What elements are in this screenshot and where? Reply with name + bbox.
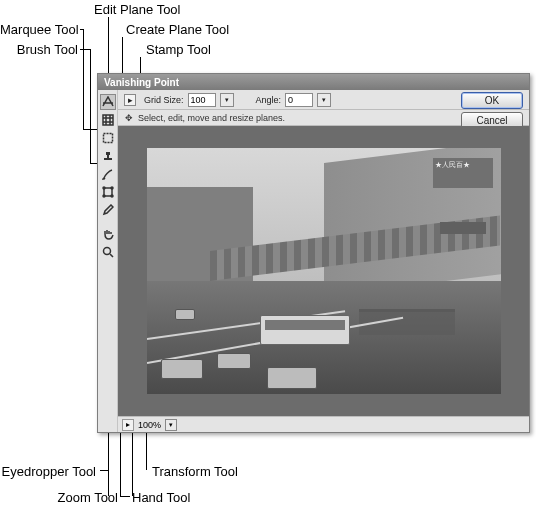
- options-bar: ▸ Grid Size: ▾ Angle: ▾ OK Cancel: [118, 90, 529, 110]
- label-eyedropper: Eyedropper Tool: [0, 464, 96, 479]
- canvas-area[interactable]: ★人民百★: [118, 126, 529, 416]
- zoom-tool[interactable]: [100, 244, 116, 260]
- dialog-title: Vanishing Point: [104, 77, 179, 88]
- dialog-body: ▸ Grid Size: ▾ Angle: ▾ OK Cancel ✥ Sele…: [98, 90, 529, 432]
- dialog-titlebar: Vanishing Point: [98, 74, 529, 90]
- angle-dropdown[interactable]: ▾: [317, 93, 331, 107]
- edit-plane-tool[interactable]: [100, 94, 116, 110]
- label-transform: Transform Tool: [152, 464, 238, 479]
- leader: [120, 496, 130, 497]
- zoom-value: 100%: [138, 420, 161, 430]
- marquee-tool[interactable]: [100, 130, 116, 146]
- create-plane-tool[interactable]: [100, 112, 116, 128]
- dialog-main: ▸ Grid Size: ▾ Angle: ▾ OK Cancel ✥ Sele…: [118, 90, 529, 432]
- building-banner: ★人民百★: [433, 158, 493, 188]
- vanishing-point-dialog: Vanishing Point ▸ Grid Size: ▾ Angle:: [97, 73, 530, 433]
- stamp-tool[interactable]: [100, 148, 116, 164]
- leader: [83, 29, 84, 129]
- label-zoom: Zoom Tool: [0, 490, 118, 505]
- ok-button[interactable]: OK: [461, 92, 523, 109]
- grid-size-input[interactable]: [188, 93, 216, 107]
- brush-tool[interactable]: [100, 166, 116, 182]
- transform-tool[interactable]: [100, 184, 116, 200]
- svg-point-5: [103, 195, 105, 197]
- status-flyout[interactable]: ▸: [122, 419, 134, 431]
- flyout-menu-button[interactable]: ▸: [124, 94, 136, 106]
- hand-tool[interactable]: [100, 226, 116, 242]
- document-image: ★人民百★: [147, 148, 501, 394]
- svg-rect-1: [103, 134, 112, 143]
- leader: [90, 49, 91, 163]
- pointer-icon: ✥: [124, 113, 134, 123]
- svg-rect-0: [103, 115, 113, 125]
- eyedropper-tool[interactable]: [100, 202, 116, 218]
- tool-strip: [98, 90, 118, 432]
- label-marquee: Marquee Tool: [0, 22, 78, 37]
- grid-size-label: Grid Size:: [144, 95, 184, 105]
- label-hand: Hand Tool: [132, 490, 190, 505]
- svg-point-3: [103, 187, 105, 189]
- leader: [100, 470, 108, 471]
- svg-point-4: [111, 187, 113, 189]
- leader: [80, 49, 90, 50]
- svg-point-7: [103, 248, 110, 255]
- grid-size-dropdown[interactable]: ▾: [220, 93, 234, 107]
- label-create-plane: Create Plane Tool: [126, 22, 229, 37]
- hint-text: Select, edit, move and resize planes.: [138, 113, 285, 123]
- angle-label: Angle:: [256, 95, 282, 105]
- angle-input[interactable]: [285, 93, 313, 107]
- svg-point-6: [111, 195, 113, 197]
- zoom-dropdown[interactable]: ▾: [165, 419, 177, 431]
- label-edit-plane: Edit Plane Tool: [94, 2, 181, 17]
- label-stamp: Stamp Tool: [146, 42, 211, 57]
- status-bar: ▸ 100% ▾: [118, 416, 529, 432]
- label-brush: Brush Tool: [0, 42, 78, 57]
